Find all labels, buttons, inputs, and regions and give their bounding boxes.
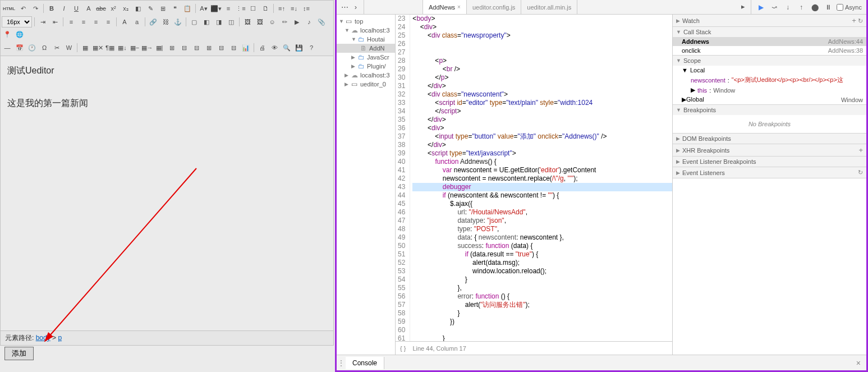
var-newscontent[interactable]: newscontent: "<p>测试Ueditor</p><p><br/></… — [673, 75, 866, 85]
gmap-button[interactable]: 🌐 — [14, 29, 25, 40]
add-button[interactable]: 添加 — [4, 347, 34, 360]
scope-global[interactable]: ▶GlobalWindow — [673, 95, 866, 104]
fontborder-button[interactable]: A — [83, 3, 94, 14]
formatmatch-button[interactable]: ✎ — [145, 3, 156, 14]
undo-button[interactable]: ↶ — [17, 3, 29, 14]
fontsize-select[interactable]: 16px — [2, 16, 32, 27]
tree-top[interactable]: ▼▭top — [337, 17, 395, 26]
searchreplace-button[interactable]: 🔍 — [281, 42, 292, 53]
add-xhr-bp-icon[interactable]: + — [858, 146, 863, 154]
link-button[interactable]: 🔗 — [148, 16, 159, 27]
mergecells-button[interactable]: ⊞ — [166, 42, 177, 53]
drawer-close-icon[interactable]: × — [851, 359, 866, 368]
breakpoints-section-header[interactable]: ▼Breakpoints — [673, 105, 866, 115]
splittocols-button[interactable]: ⊟ — [228, 42, 239, 53]
async-checkbox[interactable]: Async — [837, 4, 862, 11]
help-button[interactable]: ? — [306, 42, 317, 53]
time-button[interactable]: 🕐 — [26, 42, 38, 53]
format-icon[interactable]: { } — [400, 345, 406, 352]
tolowercase-button[interactable]: a — [131, 16, 143, 27]
refresh-listeners-icon[interactable]: ↻ — [858, 169, 863, 176]
var-this[interactable]: ▶this: Window — [673, 85, 866, 95]
spechars-button[interactable]: Ω — [39, 42, 50, 53]
touppercase-button[interactable]: A — [119, 16, 130, 27]
redo-button[interactable]: ↷ — [30, 3, 41, 14]
tree-ueditor0[interactable]: ▶▭ueditor_0 — [337, 80, 395, 89]
indent-button[interactable]: ⇥ — [37, 16, 48, 27]
date-button[interactable]: 📅 — [14, 42, 25, 53]
anchor-button[interactable]: ⚓ — [172, 16, 183, 27]
subscript-button[interactable]: x₂ — [120, 3, 131, 14]
scrawl-button[interactable]: ✏ — [279, 16, 290, 27]
outdent-button[interactable]: ⇤ — [49, 16, 61, 27]
resume-icon[interactable]: ▶ — [756, 2, 766, 12]
justifyjustify-button[interactable]: ≡ — [103, 16, 114, 27]
bold-button[interactable]: B — [46, 3, 57, 14]
selectall-button[interactable]: ☐ — [247, 3, 259, 14]
rowspacingtop-button[interactable]: ≡↑ — [276, 3, 287, 14]
code-tab-addnews[interactable]: AddNews× — [423, 0, 467, 14]
tree-houtai[interactable]: ▼🗀Houtai — [337, 35, 395, 44]
splittorows-button[interactable]: ⊟ — [215, 42, 227, 53]
insertcol-button[interactable]: ▦→ — [141, 42, 153, 53]
snapscreen-button[interactable]: ✂ — [51, 42, 62, 53]
strikethrough-button[interactable]: abc — [95, 3, 107, 14]
print-button[interactable]: 🖨 — [256, 42, 268, 53]
justifyleft-button[interactable]: ≡ — [66, 16, 77, 27]
drawer-handle-icon[interactable]: ⋮ — [337, 359, 346, 367]
blockquote-button[interactable]: ❝ — [169, 3, 181, 14]
pause-exceptions-icon[interactable]: ⏸ — [823, 2, 833, 12]
tree-localhost2[interactable]: ▶☁localhost:3 — [337, 71, 395, 80]
insertvideo-button[interactable]: ▶ — [291, 16, 302, 27]
close-icon[interactable]: × — [457, 4, 461, 10]
imagecenter-button[interactable]: ◫ — [226, 16, 237, 27]
scope-local[interactable]: ▼Local — [673, 66, 866, 75]
wordimage-button[interactable]: W — [63, 42, 75, 53]
splittocells-button[interactable]: ⊞ — [203, 42, 214, 53]
dots-menu-icon[interactable]: ⋯ — [340, 3, 349, 12]
code-tab-config[interactable]: ueditor.config.js — [467, 0, 521, 14]
refresh-icon[interactable]: ↻ — [858, 17, 863, 24]
underline-button[interactable]: U — [71, 3, 82, 14]
italic-button[interactable]: I — [58, 3, 70, 14]
step-out-icon[interactable]: ↑ — [796, 2, 806, 12]
horizontal-button[interactable]: — — [2, 42, 13, 53]
event-breakpoints-header[interactable]: ▶Event Listener Breakpoints — [673, 157, 866, 167]
insertorderedlist-button[interactable]: ≡ — [223, 3, 234, 14]
pasteplain-button[interactable]: 📋 — [182, 3, 193, 14]
deactivate-bp-icon[interactable]: ⬤ — [810, 2, 820, 12]
imageright-button[interactable]: ◨ — [213, 16, 224, 27]
rowspacingbottom-button[interactable]: ≡↓ — [288, 3, 300, 14]
xhr-breakpoints-header[interactable]: ▶XHR Breakpoints+ — [673, 144, 866, 156]
step-into-icon[interactable]: ↓ — [783, 2, 793, 12]
chevron-right-icon[interactable]: › — [351, 3, 360, 12]
unlink-button[interactable]: ⛓ — [160, 16, 171, 27]
html-source-button[interactable]: HTML — [2, 3, 16, 14]
path-body-link[interactable]: body — [36, 334, 50, 342]
insertparagraphbeforetable-button[interactable]: ¶▦ — [104, 42, 116, 53]
autotypeset-button[interactable]: ⊞ — [157, 3, 168, 14]
tree-plugin[interactable]: ▶🗀Plugin/ — [337, 62, 395, 71]
path-p-link[interactable]: p — [58, 334, 62, 342]
superscript-button[interactable]: x² — [108, 3, 119, 14]
charts-button[interactable]: 📊 — [240, 42, 251, 53]
tree-localhost1[interactable]: ▼☁localhost:3 — [337, 26, 395, 35]
simpleupload-button[interactable]: 🖼 — [242, 16, 253, 27]
callstack-frame-addnews[interactable]: AddnewsAddNews:44 — [673, 37, 866, 46]
forecolor-button[interactable]: A▾ — [198, 3, 209, 14]
event-listeners-header[interactable]: ▶Event Listeners↻ — [673, 167, 866, 178]
code-tab-allmin[interactable]: ueditor.all.min.js — [521, 0, 577, 14]
attachment-button[interactable]: 📎 — [316, 16, 327, 27]
emotion-button[interactable]: ☺ — [267, 16, 278, 27]
callstack-frame-onclick[interactable]: onclickAddNews:38 — [673, 46, 866, 55]
step-over-icon[interactable]: ⤻ — [769, 2, 779, 12]
map-button[interactable]: 📍 — [2, 29, 13, 40]
tree-addnews[interactable]: 🗎AddN — [337, 44, 395, 53]
tree-javascr[interactable]: ▶🗀JavaScr — [337, 53, 395, 62]
mergedown-button[interactable]: ⊟ — [191, 42, 202, 53]
justifyright-button[interactable]: ≡ — [90, 16, 102, 27]
insertrow-button[interactable]: ▦↓ — [117, 42, 128, 53]
deletetable-button[interactable]: ▦✕ — [92, 42, 103, 53]
removeformat-button[interactable]: ◧ — [132, 3, 144, 14]
insertimage-button[interactable]: 🖼 — [254, 16, 265, 27]
